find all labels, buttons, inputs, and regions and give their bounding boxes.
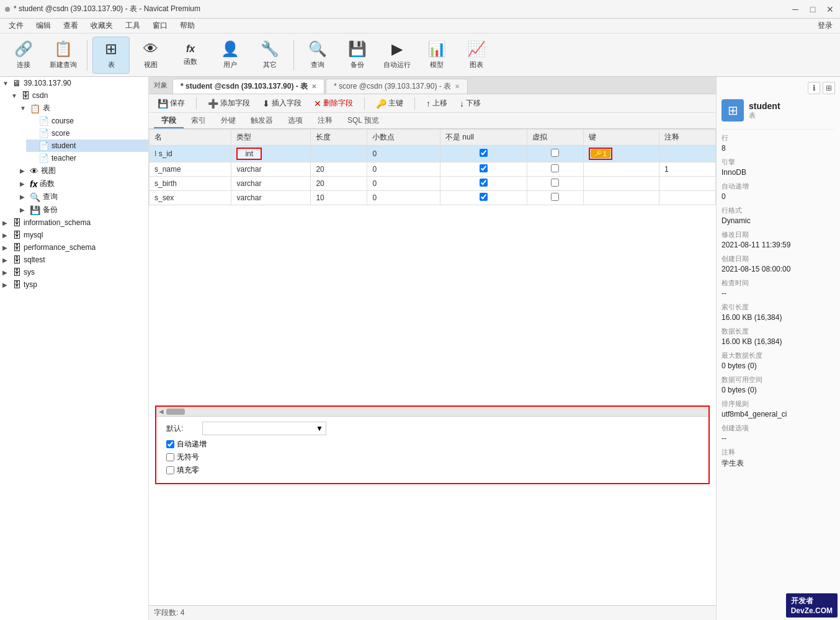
- table-row[interactable]: s_sexvarchar100: [150, 191, 716, 205]
- field-decimal-cell[interactable]: 0: [367, 177, 440, 191]
- field-comment-cell[interactable]: [659, 146, 716, 162]
- toolbar-backup[interactable]: 💾 备份: [339, 37, 376, 74]
- tab-student-close[interactable]: ✕: [311, 83, 316, 90]
- table-row[interactable]: I s_idint0🔑1: [150, 146, 716, 162]
- field-type-cell[interactable]: varchar: [231, 162, 311, 177]
- tab-sql-preview[interactable]: SQL 预览: [340, 113, 386, 128]
- virtual-checkbox[interactable]: [551, 164, 559, 172]
- menu-tools[interactable]: 工具: [119, 19, 146, 32]
- field-comment-cell[interactable]: [659, 191, 716, 205]
- not-null-checkbox[interactable]: [480, 164, 488, 172]
- close-button[interactable]: ✕: [825, 4, 835, 14]
- field-key-cell[interactable]: [583, 162, 659, 177]
- save-button[interactable]: 💾 保存: [154, 97, 189, 110]
- field-key-cell[interactable]: 🔑1: [583, 146, 659, 162]
- sidebar-views-group[interactable]: ▶ 👁 视图: [17, 164, 148, 177]
- toolbar-user[interactable]: 👤 用户: [212, 37, 249, 74]
- grid-icon-btn[interactable]: ⊞: [823, 82, 835, 94]
- tab-options[interactable]: 选项: [280, 113, 310, 128]
- menu-edit[interactable]: 编辑: [30, 19, 57, 32]
- toolbar-other[interactable]: 🔧 其它: [251, 37, 288, 74]
- field-decimal-cell[interactable]: 0: [367, 191, 440, 205]
- login-button[interactable]: 登录: [818, 20, 838, 31]
- field-not-null-cell[interactable]: [440, 146, 527, 162]
- field-not-null-cell[interactable]: [440, 191, 527, 205]
- move-up-button[interactable]: ↑ 上移: [422, 97, 451, 110]
- not-null-checkbox[interactable]: [480, 149, 488, 157]
- field-virtual-cell[interactable]: [527, 177, 583, 191]
- scrollbar-thumb[interactable]: [166, 409, 185, 415]
- maximize-button[interactable]: □: [808, 4, 818, 14]
- tab-index[interactable]: 索引: [184, 113, 213, 128]
- zerofill-checkbox[interactable]: [166, 466, 174, 474]
- menu-help[interactable]: 帮助: [174, 19, 201, 32]
- toolbar-auto-run[interactable]: ▶ 自动运行: [378, 37, 416, 74]
- field-comment-cell[interactable]: 1: [659, 162, 716, 177]
- field-name-cell[interactable]: s_birth: [150, 177, 231, 191]
- move-down-button[interactable]: ↓ 下移: [456, 97, 485, 110]
- sidebar-db-mysql[interactable]: ▶ 🗄 mysql: [0, 229, 148, 241]
- field-not-null-cell[interactable]: [440, 177, 527, 191]
- default-select[interactable]: ▼: [202, 422, 326, 435]
- sidebar-tables-group[interactable]: ▼ 📋 表: [17, 102, 148, 115]
- virtual-checkbox[interactable]: [551, 179, 559, 187]
- sidebar-db-info[interactable]: ▶ 🗄 information_schema: [0, 216, 148, 229]
- sidebar-db-sqltest[interactable]: ▶ 🗄 sqltest: [0, 254, 148, 266]
- toolbar-view[interactable]: 👁 视图: [132, 37, 169, 74]
- sidebar-table-teacher[interactable]: 📄 teacher: [26, 152, 148, 164]
- field-key-cell[interactable]: [583, 177, 659, 191]
- toolbar-query[interactable]: 🔍 查询: [299, 37, 336, 74]
- field-type-cell[interactable]: int: [231, 146, 311, 162]
- menu-file[interactable]: 文件: [2, 19, 30, 32]
- sidebar-table-score[interactable]: 📄 score: [26, 127, 148, 140]
- field-virtual-cell[interactable]: [527, 146, 583, 162]
- sidebar-queries-group[interactable]: ▶ 🔍 查询: [17, 190, 148, 203]
- toolbar-chart[interactable]: 📈 图表: [458, 37, 495, 74]
- not-null-checkbox[interactable]: [480, 179, 488, 187]
- field-name-cell[interactable]: I s_id: [150, 146, 231, 162]
- sidebar-db-perf[interactable]: ▶ 🗄 performance_schema: [0, 241, 148, 254]
- tab-trigger[interactable]: 触发器: [243, 113, 280, 128]
- tab-fields[interactable]: 字段: [154, 113, 184, 128]
- field-key-cell[interactable]: [583, 191, 659, 205]
- field-type-cell[interactable]: varchar: [231, 191, 311, 205]
- field-not-null-cell[interactable]: [440, 162, 527, 177]
- field-name-cell[interactable]: s_name: [150, 162, 231, 177]
- tab-score[interactable]: * score @csdn (39.103.137.90) - 表 ✕: [326, 79, 468, 94]
- field-name-cell[interactable]: s_sex: [150, 191, 231, 205]
- sidebar-table-student[interactable]: 📄 student: [26, 140, 148, 152]
- menu-favorites[interactable]: 收藏夹: [84, 19, 119, 32]
- field-decimal-cell[interactable]: 0: [367, 162, 440, 177]
- menu-view[interactable]: 查看: [57, 19, 84, 32]
- toolbar-function[interactable]: fx 函数: [172, 37, 209, 74]
- tab-student[interactable]: * student @csdn (39.103.137.90) - 表 ✕: [172, 79, 324, 94]
- field-type-cell[interactable]: varchar: [231, 177, 311, 191]
- toolbar-connect[interactable]: 🔗 连接: [5, 37, 42, 74]
- sidebar-db-sys[interactable]: ▶ 🗄 sys: [0, 266, 148, 278]
- field-length-cell[interactable]: 20: [311, 177, 367, 191]
- info-icon-btn[interactable]: ℹ: [808, 82, 820, 94]
- sidebar-backup-group[interactable]: ▶ 💾 备份: [17, 203, 148, 216]
- not-null-checkbox[interactable]: [480, 193, 488, 201]
- tab-comment[interactable]: 注释: [310, 113, 340, 128]
- field-length-cell[interactable]: 20: [311, 162, 367, 177]
- minimize-button[interactable]: ─: [790, 4, 800, 14]
- field-virtual-cell[interactable]: [527, 191, 583, 205]
- table-row[interactable]: s_namevarchar2001: [150, 162, 716, 177]
- sidebar-server[interactable]: ▼ 🖥 39.103.137.90: [0, 77, 148, 89]
- field-decimal-cell[interactable]: 0: [367, 146, 440, 162]
- toolbar-model[interactable]: 📊 模型: [418, 37, 455, 74]
- insert-field-button[interactable]: ⬇ 插入字段: [259, 97, 305, 110]
- sidebar-table-course[interactable]: 📄 course: [26, 115, 148, 127]
- virtual-checkbox[interactable]: [551, 193, 559, 201]
- sidebar-db-tysp[interactable]: ▶ 🗄 tysp: [0, 278, 148, 291]
- toolbar-new-query[interactable]: 📋 新建查询: [45, 37, 82, 74]
- tab-foreign-key[interactable]: 外键: [213, 113, 243, 128]
- virtual-checkbox[interactable]: [551, 149, 559, 157]
- auto-increment-checkbox[interactable]: [166, 440, 174, 448]
- field-comment-cell[interactable]: [659, 177, 716, 191]
- horizontal-scrollbar[interactable]: ◀: [156, 407, 708, 417]
- menu-window[interactable]: 窗口: [146, 19, 174, 32]
- unsigned-checkbox[interactable]: [166, 453, 174, 461]
- add-field-button[interactable]: ➕ 添加字段: [204, 97, 254, 110]
